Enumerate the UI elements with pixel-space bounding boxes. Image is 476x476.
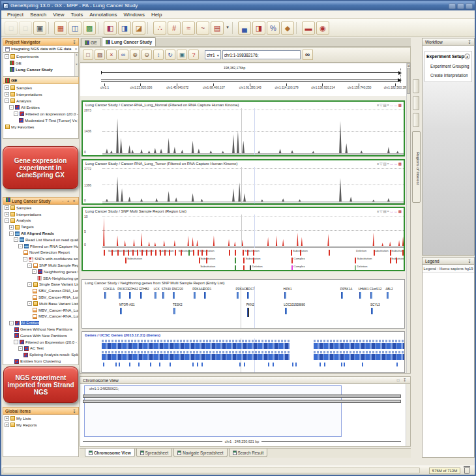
tree-item-mbv-cancer-rna-lung-n[interactable]: MBV_Cancer-RNA_Lung_N	[3, 307, 78, 314]
ucsc-gene-tick[interactable]	[396, 363, 398, 366]
expander-icon[interactable]: +	[5, 85, 9, 90]
bottom-tab-search-result[interactable]: Search Result	[229, 449, 268, 457]
gene-label[interactable]: UHMK1	[358, 288, 368, 291]
ucsc-gene-tick[interactable]	[324, 363, 325, 366]
pan-view-icon[interactable]: ∞	[118, 50, 128, 60]
ucsc-gene-tick[interactable]	[170, 363, 171, 366]
gene-label[interactable]: SCYL3	[370, 303, 380, 306]
gene-bar[interactable]	[155, 292, 156, 299]
expander-icon[interactable]: +	[5, 205, 9, 210]
project-navigator-header[interactable]: Project Navigator ↧	[3, 38, 79, 46]
gene-label[interactable]: PKN2	[246, 303, 254, 306]
pin-icon[interactable]: ↧	[468, 258, 471, 264]
tree-item-genes-with-new-partitions[interactable]: Genes With New Partitions	[3, 333, 78, 339]
tree-item-samples[interactable]: +Samples	[3, 205, 78, 211]
location-input[interactable]	[222, 50, 301, 59]
genome-ruler[interactable]: 198,382,176bp chr1:1chr1:22,820,036chr1:…	[80, 63, 406, 96]
menu-tools[interactable]: Tools	[67, 10, 86, 19]
tree-item-filtered-on-expression-20-0-100-0-th-pe[interactable]: -Filtered on Expression (20.0 - 100.0)[t…	[3, 339, 78, 346]
tree-item-sea-neighboring-genes[interactable]: SEA-Neighboring genes	[3, 275, 78, 282]
half-grid-view-button[interactable]: ◨	[252, 22, 265, 35]
expander-icon[interactable]: -	[9, 105, 14, 110]
tree-item-single-base-variant-lists[interactable]: -Single Base Variant Lists	[3, 282, 78, 288]
notes-flag-button[interactable]: ◪	[132, 22, 145, 35]
switch-layout-button[interactable]: ▬	[302, 22, 315, 35]
gene-label[interactable]: RNF220	[172, 288, 183, 291]
gene-bar[interactable]	[247, 292, 249, 299]
expander-icon[interactable]: +	[5, 212, 9, 216]
minimize-button[interactable]	[449, 3, 456, 9]
expander-icon[interactable]: -	[14, 237, 18, 242]
gene-bar[interactable]	[247, 308, 249, 317]
expander-icon[interactable]: +	[5, 92, 9, 97]
zoom-reset-icon[interactable]: ×	[106, 50, 117, 60]
expander-icon[interactable]: -	[32, 269, 37, 274]
gene-label[interactable]: TESK2	[173, 303, 183, 306]
zoom-pen-icon[interactable]: ▨	[95, 50, 105, 60]
tree-item-novel-detection-report[interactable]: Novel Detection Report	[3, 250, 78, 256]
zoom-region-icon[interactable]: □	[83, 50, 93, 60]
expander-icon[interactable]: -	[5, 54, 9, 59]
global-items-header[interactable]: Global Items ↧	[3, 407, 79, 415]
tree-scrollbar[interactable]: ▲▼	[74, 53, 78, 76]
workflow-item-create-interpretation[interactable]: Create Interpretation	[430, 73, 470, 78]
ucsc-gene-tick[interactable]	[239, 363, 241, 366]
ucsc-gene-tick[interactable]	[115, 363, 117, 366]
maximize-button[interactable]	[457, 3, 464, 9]
tree-item-ac-test[interactable]: -AC Test	[3, 346, 78, 352]
tree-item-snps-with-confidence-score-cutoff[interactable]: -SNPs with confidence score cutoff	[3, 256, 78, 262]
record-button[interactable]: ◉	[316, 22, 329, 35]
scroll-thumb[interactable]	[407, 68, 410, 94]
menu-project[interactable]: Project	[4, 10, 27, 19]
gene-annotations[interactable]: CDK11APIK3CDEPHA2EPHB2LCKSTK40RNF220PRKA…	[102, 286, 404, 328]
tree-item-entities-from-clustering[interactable]: Entities from Clustering	[3, 358, 78, 364]
gene-label[interactable]: LCK	[154, 288, 160, 291]
gene-bar[interactable]	[119, 292, 121, 299]
menu-help[interactable]: Help	[148, 10, 165, 19]
title-bar[interactable]: GeneSpring 13.0 - GX - MFP - PA - Lung C…	[1, 1, 475, 10]
track-header-icons[interactable]: ≡▽▤=↔↔▩	[377, 102, 404, 108]
ucsc-gene-tick[interactable]	[192, 363, 194, 366]
tree-item-mbv-cancer-rna-lung-t[interactable]: MBV_Cancer-RNA_Lung_T	[3, 314, 78, 320]
expander-icon[interactable]: -	[9, 231, 14, 236]
legend-header[interactable]: Legend ↧	[422, 257, 475, 265]
tree-item-targets[interactable]: +Targets	[3, 224, 78, 230]
expander-icon[interactable]: -	[27, 282, 32, 287]
ucsc-gene-tick[interactable]	[344, 363, 345, 366]
gene-label[interactable]: PIP5K1A	[340, 288, 353, 291]
track-header-icons[interactable]: ≡▽▤=↔↔▩	[377, 160, 404, 167]
expander-icon[interactable]: -	[27, 263, 32, 268]
gene-bar[interactable]	[370, 292, 372, 299]
chromosome-view-body[interactable]: chr1:1-248250621; chr1 : 248,250,621 bp	[80, 384, 411, 447]
expander-icon[interactable]: -	[18, 244, 23, 248]
snp-frequency-plot[interactable]	[102, 215, 404, 248]
expression-plot-tumor[interactable]	[102, 167, 404, 203]
tree-item-all-aligned-reads[interactable]: -All Aligned Reads	[3, 230, 78, 237]
gene-bar[interactable]	[173, 292, 175, 299]
gene-bar[interactable]	[194, 292, 196, 299]
track-tool-icon[interactable]: ▩	[398, 162, 402, 166]
expander-icon[interactable]: -	[27, 301, 32, 306]
chromosome-ideogram[interactable]	[83, 400, 401, 403]
view-more-button[interactable]: ▾	[225, 22, 230, 35]
expander-icon[interactable]: -	[14, 112, 18, 116]
track-plot[interactable]: CDK11APIK3CDEPHA2EPHB2LCKSTK40RNF220PRKA…	[82, 286, 404, 328]
experiment-grid-button[interactable]: ◫	[68, 22, 82, 35]
track-tool-icon[interactable]: ▩	[398, 103, 402, 107]
ucsc-gene-tick[interactable]	[362, 363, 363, 366]
gene-bar[interactable]	[140, 292, 142, 299]
tree-item-sbv-cancer-rna-lung-n[interactable]: SBV_Cancer-RNA_Lung_N	[3, 288, 78, 294]
expander-icon[interactable]: -	[23, 257, 27, 261]
track-neighboring-genes[interactable]: Lung Cancer Study / Neighboring genes fr…	[82, 279, 405, 329]
pin-icon[interactable]: ↧	[72, 408, 76, 414]
ucsc-gene-tick[interactable]	[292, 363, 293, 366]
ucsc-gene-tick[interactable]	[150, 363, 151, 366]
tree-item-my-favorites[interactable]: My Favorites	[3, 123, 78, 130]
expander-icon[interactable]: -	[18, 346, 23, 351]
close-button[interactable]	[466, 3, 473, 9]
ucsc-gene-tick[interactable]	[201, 363, 203, 366]
tree-item-snp-multi-sample-report[interactable]: -SNP Multi Sample Report	[3, 262, 78, 269]
close-project-icon[interactable]: x	[75, 47, 77, 51]
tree-item-splicing-analysis-result-splicing-in[interactable]: Splicing Analysis result: Splicing In	[3, 351, 78, 358]
ucsc-gene-tick[interactable]	[268, 363, 269, 366]
